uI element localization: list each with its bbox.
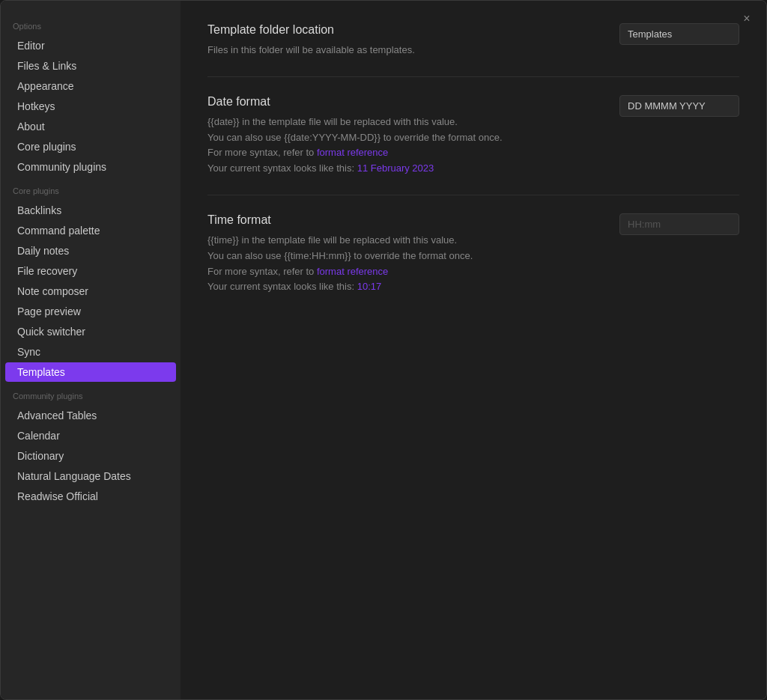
close-button[interactable]: × <box>738 10 756 28</box>
sidebar-item-community-plugins[interactable]: Community plugins <box>5 157 176 177</box>
setting-section-time-format: Time format{{time}} in the template file… <box>207 213 739 313</box>
settings-sections: Template folder locationFiles in this fo… <box>207 23 739 313</box>
setting-section-date-format: Date format{{date}} in the template file… <box>207 95 739 195</box>
options-section-label: Options <box>1 13 181 35</box>
sidebar-item-about[interactable]: About <box>5 117 176 136</box>
setting-input-time-format[interactable] <box>619 213 739 235</box>
community-plugins-section-label: Community plugins <box>1 383 181 405</box>
modal-body: Options EditorFiles & LinksAppearanceHot… <box>1 1 766 699</box>
sidebar-item-files-links[interactable]: Files & Links <box>5 56 176 76</box>
sidebar-item-calendar[interactable]: Calendar <box>5 426 176 445</box>
sidebar-item-readwise-official[interactable]: Readwise Official <box>5 487 176 506</box>
sidebar-item-templates[interactable]: Templates <box>5 362 176 382</box>
setting-control-date-format <box>619 95 739 117</box>
sidebar-item-command-palette[interactable]: Command palette <box>5 221 176 240</box>
core-plugins-nav: BacklinksCommand paletteDaily notesFile … <box>1 201 181 382</box>
sidebar-item-quick-switcher[interactable]: Quick switcher <box>5 322 176 341</box>
current-syntax-date-format: 11 February 2023 <box>357 162 434 174</box>
current-syntax-time-format: 10:17 <box>357 281 382 292</box>
settings-modal: × Options EditorFiles & LinksAppearanceH… <box>0 0 767 700</box>
setting-section-template-folder: Template folder locationFiles in this fo… <box>207 23 739 77</box>
sidebar: Options EditorFiles & LinksAppearanceHot… <box>1 1 181 699</box>
setting-info-template-folder: Template folder locationFiles in this fo… <box>207 23 604 58</box>
sidebar-item-dictionary[interactable]: Dictionary <box>5 446 176 466</box>
sidebar-item-natural-language-dates[interactable]: Natural Language Dates <box>5 466 176 486</box>
setting-title-template-folder: Template folder location <box>207 23 604 37</box>
sidebar-item-backlinks[interactable]: Backlinks <box>5 201 176 220</box>
setting-control-template-folder <box>619 23 739 45</box>
sidebar-item-core-plugins[interactable]: Core plugins <box>5 137 176 156</box>
setting-info-time-format: Time format{{time}} in the template file… <box>207 213 604 295</box>
setting-info-date-format: Date format{{date}} in the template file… <box>207 95 604 177</box>
sidebar-item-advanced-tables[interactable]: Advanced Tables <box>5 406 176 425</box>
sidebar-item-page-preview[interactable]: Page preview <box>5 302 176 321</box>
setting-title-time-format: Time format <box>207 213 604 227</box>
format-reference-link-date-format[interactable]: format reference <box>317 147 388 158</box>
setting-desc-template-folder: Files in this folder will be available a… <box>207 43 604 58</box>
sidebar-item-appearance[interactable]: Appearance <box>5 76 176 96</box>
options-nav: EditorFiles & LinksAppearanceHotkeysAbou… <box>1 36 181 177</box>
main-content: Template folder locationFiles in this fo… <box>181 1 766 699</box>
sidebar-item-daily-notes[interactable]: Daily notes <box>5 241 176 261</box>
sidebar-item-hotkeys[interactable]: Hotkeys <box>5 97 176 116</box>
setting-title-date-format: Date format <box>207 95 604 109</box>
sidebar-item-file-recovery[interactable]: File recovery <box>5 261 176 281</box>
community-plugins-nav: Advanced TablesCalendarDictionaryNatural… <box>1 406 181 506</box>
setting-input-date-format[interactable] <box>619 95 739 117</box>
setting-desc-date-format: {{date}} in the template file will be re… <box>207 115 604 177</box>
setting-input-template-folder[interactable] <box>619 23 739 45</box>
sidebar-item-sync[interactable]: Sync <box>5 342 176 362</box>
sidebar-item-editor[interactable]: Editor <box>5 36 176 55</box>
core-plugins-section-label: Core plugins <box>1 177 181 200</box>
setting-desc-time-format: {{time}} in the template file will be re… <box>207 233 604 295</box>
setting-control-time-format <box>619 213 739 235</box>
format-reference-link-time-format[interactable]: format reference <box>317 266 388 277</box>
sidebar-item-note-composer[interactable]: Note composer <box>5 281 176 301</box>
